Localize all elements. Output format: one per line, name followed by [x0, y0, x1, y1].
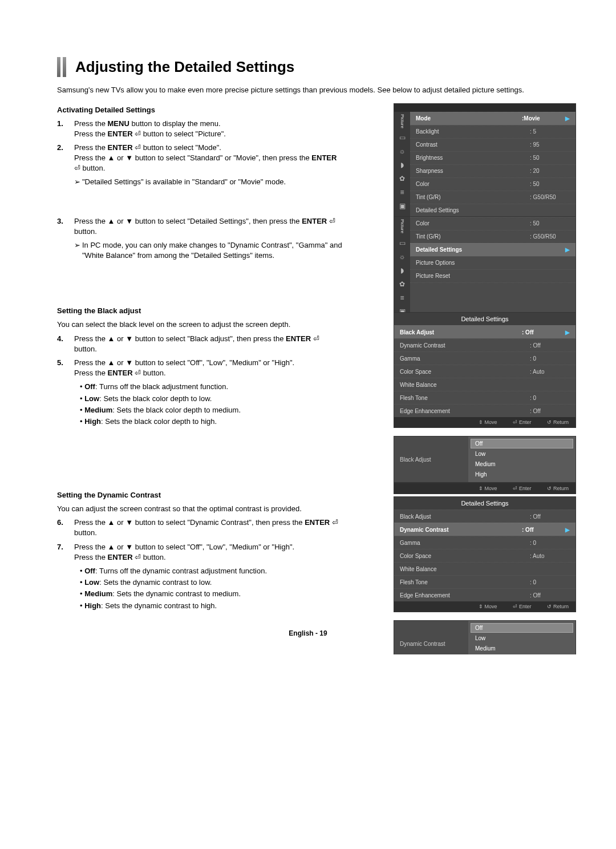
osd-row[interactable]: Color: 50 — [410, 177, 576, 191]
osd-row[interactable]: Color: 50 — [410, 217, 576, 230]
step-3-note: In PC mode, you can only make changes to… — [74, 240, 342, 261]
section-activating: Activating Detailed Settings Picture ▭ ☼… — [57, 106, 559, 188]
section-black-adjust: Detailed Settings Black Adjust: Off▶ Dyn… — [57, 306, 559, 428]
return-icon: ↺ — [547, 604, 552, 609]
osd-tab-picture: Picture — [400, 114, 405, 128]
step-2: 2. Press the ENTER ⏎ button to select "M… — [57, 143, 342, 174]
section-step3: Picture ▭ ☼ ◗ ✿ ≡ ▣ Color: 50 Tint (G/R)… — [57, 216, 559, 261]
osd-row[interactable]: White Balance — [394, 562, 576, 575]
popup-option[interactable]: Off — [471, 439, 573, 448]
step-5: 5. Press the ▲ or ▼ button to select "Of… — [57, 358, 342, 428]
input-icon: ▣ — [399, 202, 406, 210]
opt-medium: Medium: Sets the dynamic contrast to med… — [80, 589, 342, 599]
osd-row[interactable]: Color Space: Auto — [394, 549, 576, 562]
opt-medium: Medium: Sets the black color depth to me… — [80, 405, 342, 415]
opt-high: High: Sets the dynamic contrast to high. — [80, 601, 342, 611]
osd-row-detailed-settings[interactable]: Detailed Settings▶ — [410, 243, 576, 256]
speaker-icon: ◗ — [400, 161, 404, 169]
osd-row[interactable]: Sharpness: 20 — [410, 164, 576, 177]
popup-option[interactable]: Medium — [471, 459, 573, 469]
updown-icon: ⇕ — [479, 604, 483, 609]
enter-icon: ⏎ — [313, 334, 319, 343]
osd-row[interactable]: Picture Options — [410, 256, 576, 269]
osd-popup-black-adjust: Black Adjust Off Low Medium High — [394, 436, 576, 483]
osd-row[interactable]: Edge Enhancement: Off — [394, 588, 576, 601]
osd-row[interactable]: Dynamic Contrast: Off — [394, 338, 576, 351]
osd-popup-dynamic-contrast: Dynamic Contrast Off Low Medium High — [394, 620, 576, 654]
enter-icon: ⏎ — [329, 217, 335, 225]
osd-row[interactable]: Flesh Tone: 0 — [394, 575, 576, 588]
sun-icon: ☼ — [399, 147, 406, 155]
chevron-right-icon: ▶ — [565, 115, 570, 122]
opt-off: Off: Turns off the dynamic contrast adju… — [80, 566, 342, 576]
osd-row[interactable]: Flesh Tone: 0 — [394, 391, 576, 404]
osd-row-dynamic-contrast[interactable]: Dynamic Contrast: Off▶ — [394, 523, 576, 536]
opt-low: Low: Sets the dynamic contrast to low. — [80, 577, 342, 588]
osd-row[interactable]: Edge Enhancement: Off — [394, 404, 576, 417]
page-title-bar: Adjusting the Detailed Settings — [57, 57, 559, 77]
osd-detailed-settings-dynamic: Detailed Settings Black Adjust: Off Dyna… — [394, 496, 576, 654]
osd-row[interactable]: Tint (G/R): G50/R50 — [410, 230, 576, 243]
osd-row-black-adjust[interactable]: Black Adjust: Off▶ — [394, 325, 576, 338]
section-dynamic-contrast: Detailed Settings Black Adjust: Off Dyna… — [57, 491, 559, 612]
osd-detailed-settings-black: Detailed Settings Black Adjust: Off▶ Dyn… — [394, 312, 576, 502]
osd-row[interactable]: Brightness: 50 — [410, 151, 576, 164]
antenna-icon: ≡ — [400, 188, 404, 196]
chevron-right-icon: ▶ — [565, 329, 570, 335]
osd-row[interactable]: Backlight: 5 — [410, 125, 576, 138]
step-2-note: "Detailed Settings" is available in "Sta… — [74, 177, 342, 187]
osd-row[interactable]: Contrast: 95 — [410, 138, 576, 151]
gear-icon: ✿ — [399, 175, 405, 183]
enter-icon: ⏎ — [513, 419, 517, 425]
popup-option[interactable]: Medium — [471, 644, 573, 653]
display-icon: ▭ — [399, 134, 406, 142]
opt-low: Low: Sets the black color depth to low. — [80, 394, 342, 404]
opt-off: Off: Turns off the black adjustment func… — [80, 382, 342, 392]
return-icon: ↺ — [547, 419, 552, 425]
osd-title: Detailed Settings — [394, 313, 576, 325]
enter-icon: ⏎ — [513, 604, 517, 609]
osd-nav: ⇕ Move ⏎ Enter ↺ Return — [394, 417, 576, 427]
osd-row[interactable]: Black Adjust: Off — [394, 510, 576, 523]
osd-row[interactable]: Picture Reset — [410, 269, 576, 282]
osd-row[interactable]: Gamma: 0 — [394, 351, 576, 365]
lead-black: You can select the black level on the sc… — [57, 320, 342, 330]
osd-row[interactable]: Color Space: Auto — [394, 365, 576, 378]
osd-row[interactable]: White Balance — [394, 378, 576, 391]
speaker-icon: ◗ — [400, 266, 404, 274]
osd-row-mode[interactable]: Mode :Movie ▶ — [410, 112, 576, 125]
step-3: 3. Press the ▲ or ▼ button to select "De… — [57, 216, 342, 237]
intro-text: Samsung's new TVs allow you to make even… — [57, 85, 559, 95]
osd-title: Detailed Settings — [394, 497, 576, 510]
updown-icon: ⇕ — [479, 419, 483, 425]
enter-icon: ⏎ — [135, 130, 141, 138]
osd-nav: ⇕ Move ⏎ Enter ↺ Return — [394, 601, 576, 612]
enter-icon: ⏎ — [135, 553, 141, 561]
enter-icon: ⏎ — [74, 164, 80, 172]
osd-row[interactable]: Gamma: 0 — [394, 536, 576, 549]
display-icon: ▭ — [399, 239, 406, 247]
lead-dynamic: You can adjust the screen contrast so th… — [57, 504, 342, 514]
sun-icon: ☼ — [399, 253, 406, 261]
osd-row[interactable]: Tint (G/R): G50/R50 — [410, 191, 576, 204]
step-7: 7. Press the ▲ or ▼ button to select "Of… — [57, 542, 342, 612]
popup-option[interactable]: High — [471, 654, 573, 654]
antenna-icon: ≡ — [400, 294, 404, 302]
step-1: 1. Press the MENU button to display the … — [57, 119, 342, 139]
page-title: Adjusting the Detailed Settings — [75, 57, 294, 77]
enter-icon: ⏎ — [135, 143, 141, 152]
chevron-right-icon: ▶ — [565, 527, 570, 533]
chevron-right-icon: ▶ — [565, 246, 570, 253]
enter-icon: ⏎ — [332, 518, 338, 527]
opt-high: High: Sets the black color depth to high… — [80, 417, 342, 427]
osd-tab-picture: Picture — [400, 219, 405, 233]
step-4: 4. Press the ▲ or ▼ button to select "Bl… — [57, 334, 342, 354]
osd-row[interactable]: Detailed Settings — [410, 204, 576, 217]
step-6: 6. Press the ▲ or ▼ button to select "Dy… — [57, 518, 342, 538]
enter-icon: ⏎ — [135, 369, 141, 377]
popup-option[interactable]: Low — [471, 449, 573, 459]
popup-option[interactable]: Off — [471, 623, 573, 633]
gear-icon: ✿ — [399, 280, 405, 288]
popup-option[interactable]: High — [471, 470, 573, 479]
popup-option[interactable]: Low — [471, 633, 573, 643]
